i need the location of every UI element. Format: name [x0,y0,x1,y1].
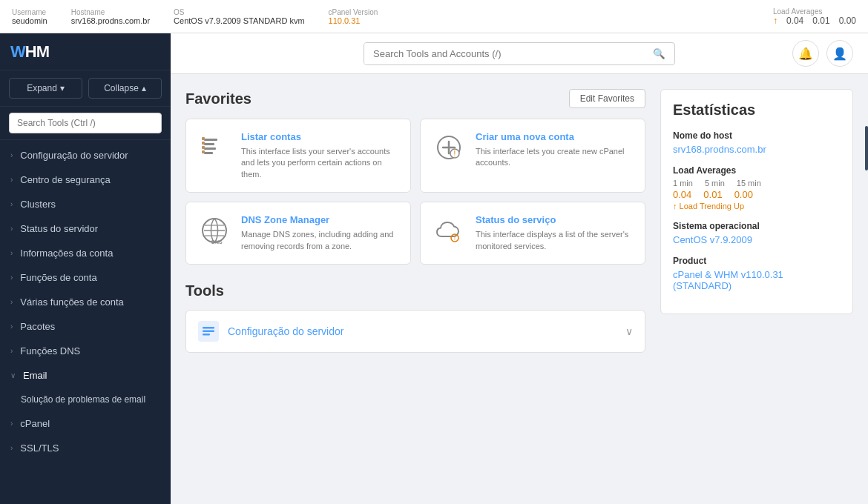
svg-rect-20 [203,327,214,329]
favorites-header: Favorites Edit Favorites [185,89,645,108]
stat-hostname: Nome do host srv168.prodns.com.br [673,130,841,155]
search-input[interactable] [364,43,644,64]
accordion-header-configuracao[interactable]: Configuração do servidor ∨ [186,311,645,352]
expand-label: Expand [27,83,57,93]
svg-text:!: ! [454,150,456,158]
collapse-button[interactable]: Collapse ▴ [88,78,162,99]
user-icon: 👤 [832,47,847,61]
sidebar-search-input[interactable] [9,113,162,133]
nav-item-cpanel[interactable]: › cPanel [0,411,171,436]
content-header: 🔍 🔔 👤 [171,33,868,74]
chevron-icon: › [10,298,13,306]
svg-text:DNS: DNS [211,239,223,245]
chevron-icon: › [10,200,13,208]
notifications-button[interactable]: 🔔 [792,40,819,67]
sidebar: WHM Expand ▾ Collapse ▴ › Configuração d… [0,33,171,504]
chevron-icon: › [10,444,13,452]
topbar-username: Username seudomin [12,8,47,25]
fav-info: Status do serviço This interface display… [476,214,633,252]
whm-logo: WHM [10,42,49,62]
fav-card-status-servico[interactable]: ! Status do serviço This interface displ… [420,202,645,265]
fav-title: Criar uma nova conta [476,131,633,142]
nav-item-ssl[interactable]: › SSL/TLS [0,436,171,460]
nav-item-label: Email [23,370,47,381]
plus-circle-icon: ! [433,131,465,164]
nav-item-email-sub[interactable]: Solução de problemas de email [0,388,171,411]
nav-item-funcoes-dns[interactable]: › Funções DNS [0,339,171,363]
fav-card-listar-contas[interactable]: Listar contas This interface lists your … [185,119,411,193]
svg-rect-7 [202,150,205,153]
fav-desc: Manage DNS zones, including adding and r… [241,229,398,252]
fav-desc: This interface lets you create new cPane… [476,146,633,169]
favorites-title: Favorites [185,90,251,107]
chevron-icon: › [10,176,13,184]
nav-item-label: Clusters [20,199,56,210]
main-content: 🔍 🔔 👤 Favorites Edit [171,33,868,504]
expand-icon: ▾ [60,83,65,93]
nav-item-label: Funções de conta [20,272,96,283]
stats-panel: Estatísticas Nome do host srv168.prodns.… [660,89,853,314]
fav-title: Listar contas [241,131,398,142]
load-5min-value: 0.01 [703,189,722,200]
load-trending: ↑ Load Trending Up [673,202,841,210]
load-5min-label: 5 min [705,179,725,188]
collapse-icon: ▴ [142,83,146,93]
fav-title: Status do serviço [476,214,633,225]
stat-hostname-label: Nome do host [673,130,841,141]
sidebar-actions: Expand ▾ Collapse ▴ [0,70,171,107]
chevron-icon: ∨ [10,371,16,379]
tools-title: Tools [185,282,645,299]
accordion-left: Configuração do servidor [198,321,343,342]
search-button[interactable]: 🔍 [644,43,674,64]
chevron-icon: › [10,420,13,428]
fav-card-criar-conta[interactable]: ! Criar uma nova conta This interface le… [420,119,645,193]
stat-hostname-value: srv168.prodns.com.br [673,144,841,155]
stat-os-value: CentOS v7.9.2009 [673,234,841,245]
stats-title: Estatísticas [673,102,841,119]
load-arrow: ↑ [773,16,777,26]
svg-rect-3 [204,152,213,154]
chevron-icon: › [10,322,13,331]
sidebar-logo: WHM [0,33,171,70]
nav-item-clusters[interactable]: › Clusters [0,192,171,216]
cloud-icon: ! [433,214,465,247]
nav-item-centro-seguranca[interactable]: › Centro de segurança [0,168,171,192]
load-avg-label: Load Averages [773,7,856,16]
content-left: Favorites Edit Favorites [185,89,645,353]
topbar-meta: Username seudomin Hostname srv168.prodns… [12,8,378,25]
nav-item-configuracao[interactable]: › Configuração do servidor [0,143,171,168]
expand-button[interactable]: Expand ▾ [9,78,82,99]
svg-rect-1 [204,143,214,145]
fav-info: DNS Zone Manager Manage DNS zones, inclu… [241,214,398,252]
load-1min: 0.04 [786,16,803,26]
sidebar-nav: › Configuração do servidor › Centro de s… [0,140,171,504]
nav-item-pacotes[interactable]: › Pacotes [0,314,171,339]
nav-item-email[interactable]: ∨ Email [0,363,171,388]
user-button[interactable]: 👤 [826,40,853,67]
nav-item-funcoes-conta[interactable]: › Funções de conta [0,265,171,290]
topbar-hostname: Hostname srv168.prodns.com.br [71,8,150,25]
os-label: OS [174,8,304,16]
edit-favorites-button[interactable]: Edit Favorites [569,89,645,108]
stat-product-label: Product [673,256,841,266]
stat-product: Product cPanel & WHM v110.0.31 (STANDARD… [673,256,841,291]
main-layout: WHM Expand ▾ Collapse ▴ › Configuração d… [0,33,868,504]
load-1min-label: 1 min [673,179,693,188]
search-bar: 🔍 [364,42,675,65]
os-value: CentOS v7.9.2009 STANDARD kvm [174,16,304,25]
chevron-icon: › [10,249,13,257]
stat-os-label: Sistema operacional [673,221,841,231]
fav-card-dns[interactable]: DNS DNS Zone Manager Manage DNS zones, i… [185,202,411,265]
topbar: Username seudomin Hostname srv168.prodns… [0,0,868,33]
dns-icon: DNS [198,214,231,247]
nav-item-label: Pacotes [20,321,55,332]
content-right: Estatísticas Nome do host srv168.prodns.… [660,89,853,353]
nav-item-varias-funcoes[interactable]: › Várias funções de conta [0,290,171,314]
nav-item-label: SSL/TLS [20,442,59,454]
nav-item-informacoes[interactable]: › Informações da conta [0,241,171,265]
stat-load: Load Averages 1 min 5 min 15 min 0.04 0.… [673,165,841,210]
svg-rect-22 [203,334,210,336]
load-avg-values: ↑ 0.04 0.01 0.00 [773,16,856,26]
chevron-icon: › [10,151,13,159]
nav-item-status-servidor[interactable]: › Status do servidor [0,216,171,241]
